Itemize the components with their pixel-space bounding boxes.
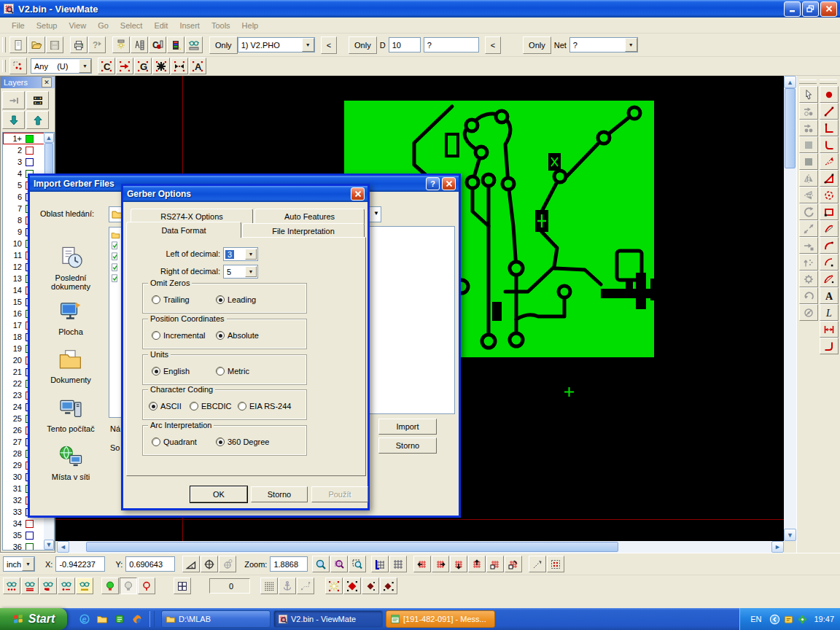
only-layer-button[interactable]: Only [209, 36, 238, 54]
taskbar-button-v2-bin-viewmate[interactable]: V2.bin - ViewMate [273, 610, 383, 628]
scroll-left-button[interactable]: ◄ [57, 541, 69, 553]
undo-arc-button[interactable] [799, 287, 818, 304]
angle-measure-button[interactable] [182, 556, 200, 572]
prev-layer-button[interactable]: < [321, 36, 337, 54]
film-colors-button[interactable] [167, 36, 184, 53]
select-arrow-button[interactable] [116, 58, 133, 74]
selection-dots-button[interactable] [9, 58, 27, 74]
draw-corner-2-button[interactable] [820, 338, 839, 354]
draw-text-button[interactable]: A [820, 287, 839, 304]
import-cancel-button[interactable]: Storno [378, 438, 437, 454]
radio-metric[interactable]: Metric [216, 367, 249, 376]
vertical-scroll-thumb[interactable] [785, 88, 796, 168]
selection-mode-select[interactable]: Any (U) ▼ [31, 58, 92, 74]
zoom-grid-button[interactable] [330, 556, 348, 572]
new-file-button[interactable] [9, 36, 27, 53]
menu-file[interactable]: File [6, 19, 31, 32]
grid-dots-button[interactable] [260, 578, 278, 594]
radio-leading[interactable]: Leading [216, 295, 256, 304]
only-dcode-button[interactable]: Only [349, 36, 377, 54]
toolbar-grip[interactable] [2, 37, 6, 53]
layer-scroll-up[interactable]: ▲ [44, 133, 54, 143]
draw-circle-button[interactable] [820, 187, 839, 203]
left-of-decimal-select[interactable]: 3 ▼ [223, 247, 258, 261]
grid-pan-left-button[interactable] [413, 556, 431, 572]
anchor-button[interactable] [279, 578, 296, 594]
flash-burst-button[interactable] [325, 578, 343, 594]
starburst-button[interactable] [112, 36, 130, 53]
flash-pad-button[interactable] [343, 578, 361, 594]
fill-square-button[interactable] [799, 136, 818, 153]
quicklaunch-book-icon[interactable] [112, 612, 127, 626]
scroll-right-button[interactable]: ► [771, 541, 784, 553]
apply-button[interactable]: Použít [311, 486, 368, 502]
mirror-vertical-button[interactable] [799, 170, 818, 187]
place-desktop[interactable]: Plocha [36, 300, 106, 336]
arrow-up-teal-button[interactable] [26, 111, 49, 129]
draw-polyline-button[interactable] [820, 120, 839, 136]
compass-film-button[interactable] [131, 36, 148, 53]
tray-calendar[interactable] [783, 614, 794, 625]
context-help-button[interactable]: ? [88, 36, 106, 53]
radio-360-degree[interactable]: 360 Degree [216, 438, 270, 446]
layer-select[interactable]: 1) V2.PHO ▼ [238, 37, 315, 52]
cut-trace-button[interactable] [799, 304, 818, 321]
grid-pan-right-button[interactable] [432, 556, 449, 572]
unit-dropdown[interactable]: ▼ [22, 557, 34, 571]
taskbar-button--191-482-091-mess-[interactable]: [191-482-091] - Mess... [386, 610, 495, 628]
origin-cross-button[interactable] [201, 556, 218, 572]
radio-absolute[interactable]: Absolute [216, 331, 259, 340]
origin-relative-button[interactable] [219, 556, 236, 572]
offset-points-button[interactable] [799, 254, 818, 271]
place-documents[interactable]: Dokumenty [36, 348, 106, 384]
left-of-decimal-dropdown[interactable]: ▼ [245, 249, 257, 260]
layer-select-dropdown[interactable]: ▼ [302, 38, 314, 52]
close-button[interactable] [820, 1, 837, 17]
selection-mode-dropdown[interactable]: ▼ [79, 59, 91, 73]
toolbar-grip-2[interactable] [2, 60, 6, 73]
quicklaunch-folder-icon[interactable] [95, 612, 109, 626]
view-shapes-button[interactable] [39, 578, 57, 594]
grid-frame-button[interactable] [371, 556, 389, 572]
ok-button[interactable]: OK [190, 486, 247, 502]
minimize-button[interactable] [784, 1, 801, 17]
bulb-on-button[interactable] [101, 578, 119, 594]
window-grid-button[interactable] [174, 578, 191, 594]
unit-select[interactable]: inch ▼ [3, 556, 35, 572]
open-file-button[interactable] [28, 36, 45, 53]
draw-dimension-button[interactable] [820, 321, 839, 338]
layer-color-swatch[interactable] [26, 158, 34, 166]
look-in-dropdown-icon[interactable]: ▼ [373, 210, 379, 217]
draw-rectangle-button[interactable] [820, 203, 839, 220]
menu-edit[interactable]: Edit [148, 19, 174, 32]
rotate-button[interactable] [799, 203, 818, 220]
net-select-dropdown[interactable]: ▼ [625, 38, 637, 52]
canvas-horizontal-scrollbar[interactable]: ◄ ► [57, 541, 784, 553]
layers-close-icon[interactable]: ✕ [42, 77, 52, 88]
scroll-up-button[interactable]: ▲ [784, 76, 796, 88]
zoom-in-button[interactable] [312, 556, 330, 572]
stretch-select-button[interactable] [529, 556, 546, 572]
radio-trailing[interactable]: Trailing [152, 295, 190, 304]
bulb-probe-button[interactable] [138, 578, 155, 594]
view-traces-button[interactable] [21, 578, 39, 594]
menu-view[interactable]: View [63, 19, 92, 32]
place-computer[interactable]: Tento počítač [36, 397, 106, 433]
fill-square-2-button[interactable] [799, 153, 818, 170]
selected-files-list[interactable] [365, 226, 455, 414]
layer-films-button[interactable] [26, 91, 49, 109]
select-star-button[interactable] [152, 58, 170, 74]
grid-window-2-button[interactable] [505, 556, 522, 572]
quicklaunch-ie-icon[interactable]: e [77, 612, 92, 626]
prev-dcode-button[interactable]: < [485, 36, 501, 54]
bulb-off-button[interactable] [120, 578, 137, 594]
view-outlines-button[interactable] [58, 578, 75, 594]
save-file-button[interactable] [46, 36, 63, 53]
zoom-value[interactable]: 1.8868 [270, 556, 308, 572]
canvas-vertical-scrollbar[interactable]: ▲ ▼ [784, 76, 796, 541]
quicklaunch-firefox-icon[interactable] [130, 612, 144, 626]
menu-insert[interactable]: Insert [174, 19, 206, 32]
select-c-button[interactable]: C [98, 58, 115, 74]
draw-corner-button[interactable] [820, 136, 839, 153]
grid-pan-up-button[interactable] [468, 556, 486, 572]
